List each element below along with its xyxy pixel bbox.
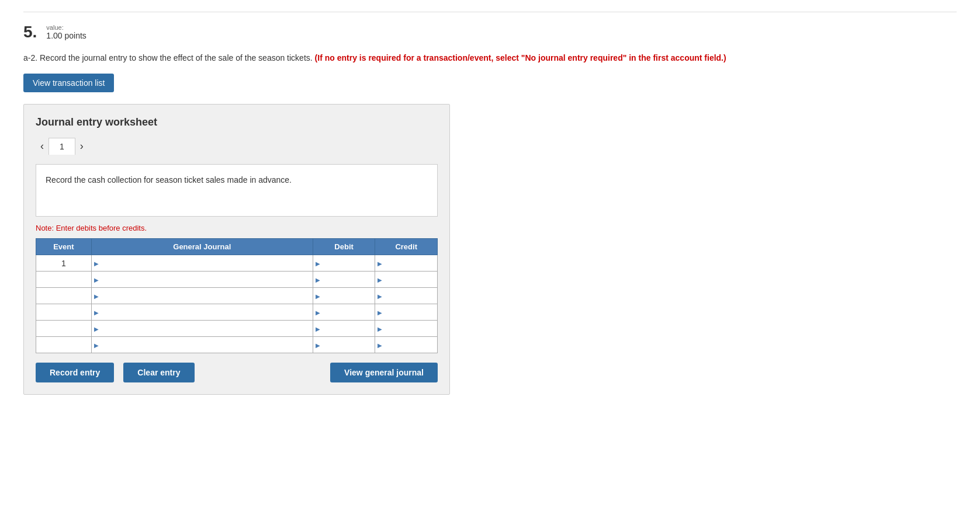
event-cell-4[interactable] (36, 321, 92, 337)
credit-cell-1[interactable] (375, 272, 438, 288)
event-cell-3[interactable] (36, 304, 92, 321)
next-tab-button[interactable]: › (75, 138, 88, 155)
table-row (36, 288, 438, 304)
col-debit: Debit (313, 239, 375, 255)
prev-tab-button[interactable]: ‹ (36, 138, 49, 155)
clear-entry-button[interactable]: Clear entry (123, 363, 194, 382)
instruction-red: (If no entry is required for a transacti… (315, 53, 726, 62)
credit-cell-0[interactable] (375, 255, 438, 272)
description-box: Record the cash collection for season ti… (36, 164, 438, 217)
question-value: value: 1.00 points (46, 24, 86, 40)
debit-cell-0[interactable] (313, 255, 375, 272)
general-journal-cell-1[interactable] (91, 272, 313, 288)
debit-cell-5[interactable] (313, 337, 375, 353)
table-row (36, 304, 438, 321)
event-cell-2[interactable] (36, 288, 92, 304)
general-journal-cell-4[interactable] (91, 321, 313, 337)
instruction-text: a-2. Record the journal entry to show th… (23, 52, 957, 64)
value-label: value: (46, 24, 86, 31)
table-body: 1 (36, 255, 438, 353)
worksheet-title: Journal entry worksheet (36, 116, 438, 128)
page-container: 5. value: 1.00 points a-2. Record the jo… (0, 0, 980, 406)
view-general-journal-button[interactable]: View general journal (330, 363, 438, 382)
event-cell-0[interactable]: 1 (36, 255, 92, 272)
general-journal-cell-2[interactable] (91, 288, 313, 304)
table-row (36, 321, 438, 337)
worksheet-container: Journal entry worksheet ‹ 1 › Record the… (23, 104, 450, 395)
button-row: Record entry Clear entry View general jo… (36, 363, 438, 382)
tab-navigation: ‹ 1 › (36, 138, 438, 155)
header-row: Event General Journal Debit Credit (36, 239, 438, 255)
table-row (36, 272, 438, 288)
table-header: Event General Journal Debit Credit (36, 239, 438, 255)
debit-cell-2[interactable] (313, 288, 375, 304)
table-row (36, 337, 438, 353)
col-general-journal: General Journal (91, 239, 313, 255)
col-event: Event (36, 239, 92, 255)
credit-cell-4[interactable] (375, 321, 438, 337)
top-divider (23, 12, 957, 12)
debit-cell-1[interactable] (313, 272, 375, 288)
event-cell-5[interactable] (36, 337, 92, 353)
debit-cell-3[interactable] (313, 304, 375, 321)
description-text: Record the cash collection for season ti… (46, 175, 292, 185)
instruction-prefix: a-2. Record the journal entry to show th… (23, 53, 313, 62)
view-transaction-list-button[interactable]: View transaction list (23, 74, 114, 92)
general-journal-cell-3[interactable] (91, 304, 313, 321)
general-journal-cell-0[interactable] (91, 255, 313, 272)
credit-cell-2[interactable] (375, 288, 438, 304)
credit-cell-5[interactable] (375, 337, 438, 353)
tab-1[interactable]: 1 (49, 138, 75, 155)
table-row: 1 (36, 255, 438, 272)
record-entry-button[interactable]: Record entry (36, 363, 114, 382)
credit-cell-3[interactable] (375, 304, 438, 321)
question-header: 5. value: 1.00 points (23, 24, 957, 40)
col-credit: Credit (375, 239, 438, 255)
general-journal-cell-5[interactable] (91, 337, 313, 353)
debit-cell-4[interactable] (313, 321, 375, 337)
value-text: 1.00 points (46, 31, 86, 40)
question-number: 5. (23, 24, 37, 40)
journal-table: Event General Journal Debit Credit 1 (36, 238, 438, 353)
event-cell-1[interactable] (36, 272, 92, 288)
note-text: Note: Enter debits before credits. (36, 224, 438, 232)
